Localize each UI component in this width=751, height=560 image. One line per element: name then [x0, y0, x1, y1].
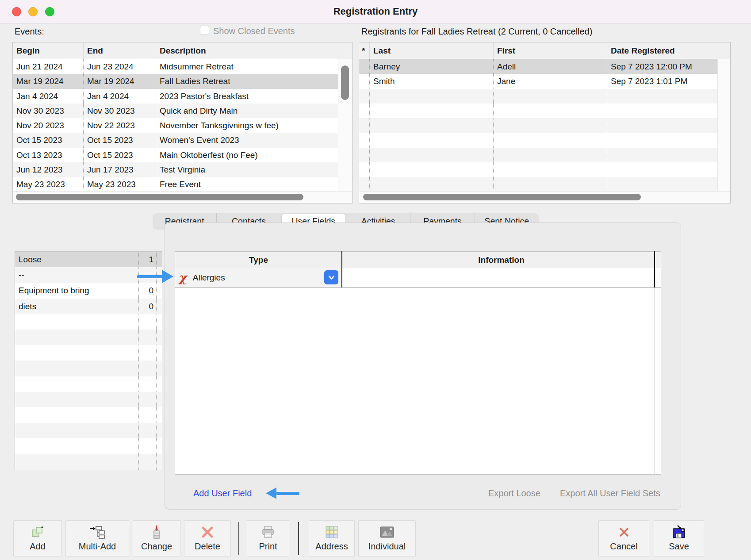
- field-set-empty-row: [15, 454, 162, 469]
- registration-entry-window: Registration Entry Events: Show Closed E…: [0, 0, 751, 560]
- export-all-user-field-sets-link[interactable]: Export All User Field Sets: [560, 488, 660, 499]
- window-title: Registration Entry: [0, 0, 751, 23]
- events-vertical-scrollbar-thumb[interactable]: [341, 65, 349, 100]
- registrants-horizontal-scrollbar[interactable]: [359, 191, 730, 203]
- multi-add-button[interactable]: Multi-Add: [65, 520, 129, 556]
- event-end: Jan 4 2024: [84, 89, 156, 104]
- event-row[interactable]: Oct 13 2023 Oct 15 2023 Main Oktoberfest…: [13, 148, 338, 162]
- toolbar-separator: [298, 522, 299, 555]
- events-horizontal-scrollbar[interactable]: [13, 191, 352, 203]
- registrant-row[interactable]: Smith Jane Sep 7 2023 1:01 PM: [359, 74, 717, 88]
- event-end: Mar 19 2024: [84, 74, 156, 88]
- field-set-list: Loose 1 -- -- Equipment to bring 0 diets…: [15, 251, 162, 470]
- show-closed-events-checkbox[interactable]: [200, 26, 209, 35]
- field-set-empty-row: [15, 314, 162, 330]
- event-description: Women's Event 2023: [156, 133, 338, 147]
- address-cube-icon: [309, 521, 354, 541]
- registrants-vertical-scrollbar[interactable]: [717, 59, 730, 192]
- event-row[interactable]: Nov 20 2023 Nov 22 2023 November Tanksgi…: [13, 118, 338, 133]
- user-field-type-cell: χ Allergies: [175, 268, 342, 287]
- multi-add-icon: [66, 521, 129, 541]
- registrant-first: Adell: [494, 59, 607, 74]
- column-divider[interactable]: [341, 251, 342, 288]
- events-table-body: Jun 21 2024 Jun 23 2024 Midsummer Retrea…: [13, 59, 338, 192]
- event-description: Main Oktoberfest (no Fee): [156, 148, 338, 162]
- registrants-table-body: Barney Adell Sep 7 2023 12:00 PM Smith J…: [359, 59, 717, 192]
- event-end: Oct 15 2023: [84, 133, 156, 147]
- registrants-col-star: *: [359, 42, 370, 59]
- event-row[interactable]: Jun 12 2023 Jun 17 2023 Test Virginia: [13, 162, 338, 177]
- event-begin: Jun 12 2023: [13, 162, 84, 177]
- field-set-empty-row: [15, 392, 162, 407]
- event-end: Nov 30 2023: [84, 104, 156, 118]
- event-begin: Nov 20 2023: [13, 118, 84, 133]
- print-button[interactable]: Print: [247, 520, 289, 556]
- event-row[interactable]: Oct 15 2023 Oct 15 2023 Women's Event 20…: [13, 133, 338, 147]
- registrant-date: Sep 7 2023 12:00 PM: [607, 59, 717, 74]
- registrant-last: Barney: [370, 59, 494, 74]
- allergy-flag-icon: χ: [179, 271, 187, 284]
- event-begin: Jan 4 2024: [13, 89, 84, 104]
- event-row[interactable]: Nov 30 2023 Nov 30 2023 Quick and Dirty …: [13, 104, 338, 118]
- event-description: Midsummer Retreat: [156, 59, 338, 74]
- show-closed-events-label: Show Closed Events: [213, 26, 295, 36]
- events-col-description: Description: [156, 42, 352, 59]
- user-field-information-cell[interactable]: [342, 268, 661, 287]
- change-icon: [133, 521, 180, 541]
- user-fields-col-information: Information: [342, 252, 661, 268]
- individual-button[interactable]: Individual: [358, 520, 416, 556]
- registrant-first: Jane: [494, 74, 607, 88]
- event-begin: Jun 21 2024: [13, 59, 84, 74]
- registrants-table: * Last First Date Registered Barney Adel…: [359, 42, 731, 203]
- registrant-empty-row: [359, 118, 717, 133]
- change-button[interactable]: Change: [133, 520, 180, 556]
- field-set-count: 0: [138, 283, 156, 298]
- field-set-name: Equipment to bring: [15, 283, 138, 298]
- event-description: 2023 Pastor's Breakfast: [156, 89, 338, 104]
- column-divider[interactable]: [654, 251, 655, 288]
- field-set-empty-row: [15, 330, 162, 345]
- add-icon: [14, 521, 61, 541]
- save-floppy-icon: [654, 521, 704, 541]
- registrant-empty-row: [359, 89, 717, 104]
- event-row-selected[interactable]: Mar 19 2024 Mar 19 2024 Fall Ladies Retr…: [13, 74, 338, 88]
- event-begin: Nov 30 2023: [13, 104, 84, 118]
- field-set-empty-row: [15, 345, 162, 361]
- events-horizontal-scrollbar-thumb[interactable]: [16, 194, 303, 200]
- registrant-empty-row: [359, 162, 717, 177]
- save-button[interactable]: Save: [654, 520, 704, 556]
- registrants-horizontal-scrollbar-thumb[interactable]: [363, 194, 641, 200]
- event-row[interactable]: Jun 21 2024 Jun 23 2024 Midsummer Retrea…: [13, 59, 338, 74]
- event-row[interactable]: Jan 4 2024 Jan 4 2024 2023 Pastor's Brea…: [13, 89, 338, 104]
- add-button[interactable]: Add: [13, 520, 62, 556]
- registrant-row-selected[interactable]: Barney Adell Sep 7 2023 12:00 PM: [359, 59, 717, 74]
- field-set-name: Loose: [15, 252, 138, 267]
- user-field-type-dropdown-button[interactable]: [324, 270, 338, 284]
- field-set-row[interactable]: Equipment to bring 0: [15, 283, 162, 298]
- event-end: May 23 2023: [84, 177, 156, 192]
- event-begin: Mar 19 2024: [13, 74, 84, 88]
- field-set-name: diets: [15, 299, 138, 314]
- registrant-empty-row: [359, 177, 717, 192]
- event-description: Quick and Dirty Main: [156, 104, 338, 118]
- field-set-name: --: [15, 267, 138, 283]
- field-set-count: 1: [138, 252, 156, 267]
- registrant-last: Smith: [370, 74, 494, 88]
- export-loose-link[interactable]: Export Loose: [488, 488, 540, 499]
- event-description: Test Virginia: [156, 162, 338, 177]
- field-set-row-selected[interactable]: Loose 1: [15, 252, 162, 267]
- event-begin: May 23 2023: [13, 177, 84, 192]
- event-row[interactable]: May 23 2023 May 23 2023 Free Event: [13, 177, 338, 192]
- field-set-row[interactable]: diets 0: [15, 299, 162, 314]
- user-field-row-allergies[interactable]: χ Allergies: [175, 268, 661, 288]
- event-begin: Oct 13 2023: [13, 148, 84, 162]
- cancel-button[interactable]: Cancel: [598, 520, 649, 556]
- address-button[interactable]: Address: [309, 520, 355, 556]
- add-user-field-link[interactable]: Add User Field: [193, 488, 252, 499]
- registrant-empty-row: [359, 133, 717, 147]
- delete-x-icon: [184, 521, 230, 541]
- delete-button[interactable]: Delete: [184, 520, 231, 556]
- events-vertical-scrollbar[interactable]: [338, 59, 352, 192]
- field-set-list-body: Loose 1 -- -- Equipment to bring 0 diets…: [15, 252, 162, 470]
- registrant-star: [359, 74, 370, 88]
